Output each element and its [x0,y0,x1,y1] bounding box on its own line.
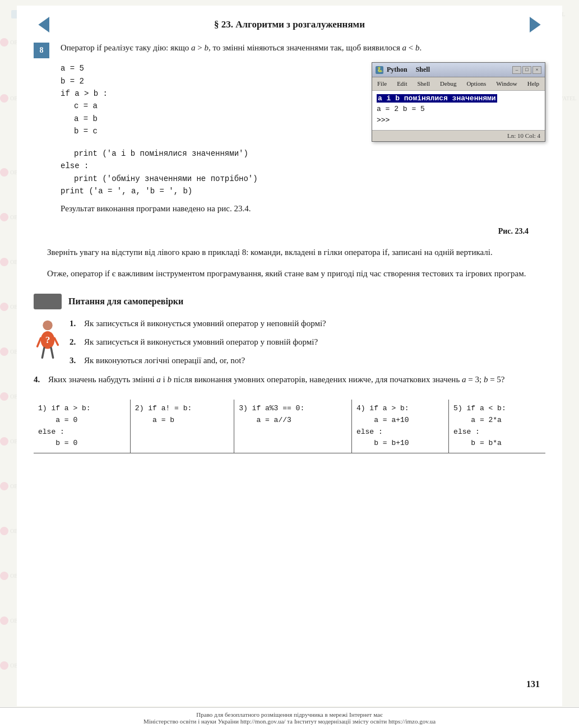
footer-line-1: Право для безоплатного розміщення підруч… [11,711,568,718]
questions-list: 1. Як записується й виконується умовний … [34,317,545,386]
svg-text:?: ? [45,334,50,345]
next-page-arrow[interactable] [530,17,545,33]
shell-prompt: >>> [377,116,390,124]
paragraph-2: Отже, оператор if є важливим інструменто… [34,267,545,280]
q-num-3: 3. [70,354,80,367]
question-3: 3. Як виконуються логічні операції and, … [70,354,545,367]
shell-menu-help[interactable]: Help [526,78,541,89]
paragraph-1: Зверніть увагу на відступи від лівого кр… [34,246,545,259]
self-check-bar [34,294,62,309]
q-num-1: 1. [70,317,80,330]
q-num-4: 4. [34,373,44,386]
exercise-col-4: 4) if a > b: a = a+10 else : b = b+10 [351,400,448,453]
shell-title-python: Python [387,64,407,75]
code-section: a = 5 b = 2 if a > b : c = a a = b b = c [61,62,363,142]
svg-line-4 [38,338,41,346]
content-area: 8 Оператор if реалізує таку дію: якщо a … [34,41,545,453]
result-label: Результат виконання програми наведено на… [61,204,251,213]
shell-menu-shell[interactable]: Shell [415,78,432,89]
example-number-8: 8 [34,43,49,58]
shell-output-values: a = 2 b = 5 [377,105,425,113]
svg-line-3 [51,348,53,358]
code-section-2: print ('a і b помінялися значеннями') el… [61,147,545,198]
shell-output-1: a і b помінялися значеннями [377,93,540,104]
prev-page-arrow[interactable] [34,17,49,33]
questions-area: ? 1. Як записується й виконується умовни… [34,317,545,392]
exercise-col-3: 3) if a%3 == 0: a = a//3 [234,400,352,453]
question-1: 1. Як записується й виконується умовний … [70,317,545,330]
footer-line-2: Міністерство освіти і науки України http… [11,718,568,725]
shell-highlighted-output: a і b помінялися значеннями [377,94,497,103]
shell-statusbar: Ln: 10 Col: 4 [372,130,545,141]
question-4: 4. Яких значень набудуть змінні a і b пі… [34,373,545,386]
example-8: 8 Оператор if реалізує таку дію: якщо a … [34,41,545,223]
shell-maximize-btn[interactable]: □ [522,66,531,74]
shell-close-btn[interactable]: × [532,66,541,74]
code-print-swap: print ('a і b помінялися значеннями') [61,147,545,160]
shell-menu-debug[interactable]: Debug [438,78,458,89]
q-text-1: Як записується й виконується умовний опе… [84,317,326,330]
shell-menu-window[interactable]: Window [494,78,518,89]
self-check-title: Питання для самоперевірки [68,295,183,309]
page-number: 131 [526,679,540,689]
exercises-row: 1) if a > b: a = 0 else : b = 0 2) if a!… [34,400,545,453]
exercise-col-5: 5) if a < b: a = 2*a else : b = b*a [449,400,545,453]
code-else: else : [61,160,545,172]
page-container: § 23. Алгоритми з розгалуженнями 8 Опера… [17,6,562,706]
shell-menubar: File Edit Shell Debug Options Window Hel… [372,77,545,91]
shell-output-2: a = 2 b = 5 [377,104,540,115]
shell-minimize-btn[interactable]: – [512,66,521,74]
svg-point-0 [43,321,53,331]
shell-menu-file[interactable]: File [376,78,388,89]
code-line-4: c = a [61,100,363,112]
exercise-col-2: 2) if a! = b: a = b [130,400,234,453]
code-print-no-swap: print ('обміну значеннями не потрібно') [61,173,545,185]
question-2: 2. Як записується й виконується умовний … [70,336,545,349]
shell-status-text: Ln: 10 Col: 4 [507,132,540,139]
exercise-col-1: 1) if a > b: a = 0 else : b = 0 [34,400,130,453]
code-line-3: if a > b : [61,87,363,100]
shell-controls: – □ × [512,66,541,74]
q-text-2: Як записується й виконується умовний опе… [84,336,318,349]
result-text: Результат виконання програми наведено на… [61,202,545,215]
shell-menu-edit[interactable]: Edit [395,78,409,89]
shell-title-shell: Shell [416,64,430,75]
example-8-intro: Оператор if реалізує таку дію: якщо a > … [61,41,545,54]
code-line-1: a = 5 [61,62,363,75]
code-line-2: b = 2 [61,75,363,87]
shell-body: a і b помінялися значеннями a = 2 b = 5 … [372,91,545,130]
page-header: § 23. Алгоритми з розгалуженнями [34,17,545,33]
figure-caption: Рис. 23.4 [34,225,540,238]
example-8-content: Оператор if реалізує таку дію: якщо a > … [61,41,545,223]
code-shell-wrapper: a = 5 b = 2 if a > b : c = a a = b b = c… [61,62,545,142]
python-icon: 🐍 [376,66,383,74]
question-person-icon: ? [34,319,62,359]
code-line-6: b = c [61,125,363,137]
shell-menu-options[interactable]: Options [465,78,488,89]
self-check-header: Питання для самоперевірки [34,294,545,309]
page-title: § 23. Алгоритми з розгалуженнями [49,19,530,30]
page-footer: Право для безоплатного розміщення підруч… [0,707,579,728]
shell-titlebar: 🐍 Python Shell – □ × [372,63,545,77]
exercises-table: 1) if a > b: a = 0 else : b = 0 2) if a!… [34,400,545,453]
q-text-4: Яких значень набудуть змінні a і b після… [48,373,505,386]
code-print-result: print ('a = ', a, 'b = ', b) [61,185,545,197]
question-icon-wrap: ? [34,319,62,363]
python-icon-label: 🐍 [377,66,383,74]
svg-line-5 [54,338,58,345]
code-line-5: a = b [61,113,363,125]
q-text-3: Як виконуються логічні операції and, or,… [84,354,245,367]
python-shell-window: 🐍 Python Shell – □ × [372,62,545,142]
shell-prompt-line: >>> [377,115,540,126]
self-check-section: Питання для самоперевірки [34,294,545,453]
svg-line-2 [42,348,44,358]
q-num-2: 2. [70,336,80,349]
